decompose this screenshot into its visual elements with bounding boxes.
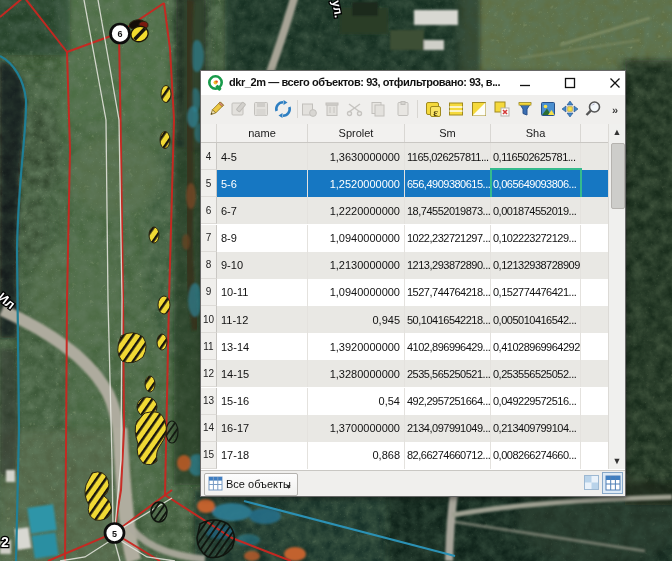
svg-text:»: » xyxy=(611,104,617,116)
svg-text:6: 6 xyxy=(117,29,122,39)
svg-text:5: 5 xyxy=(112,529,117,539)
svg-text:ε: ε xyxy=(433,106,438,118)
svg-text:2: 2 xyxy=(1,534,9,550)
